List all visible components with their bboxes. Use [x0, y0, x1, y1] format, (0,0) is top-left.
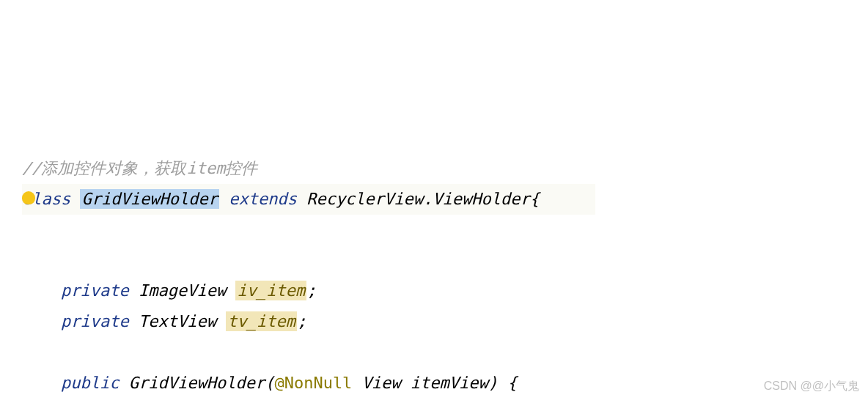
comment-line: //添加控件对象，获取item控件 [22, 159, 257, 177]
paren-close: ) [488, 374, 498, 392]
watermark: CSDN @@小气鬼 [764, 375, 859, 397]
param-name: itemView [411, 374, 488, 392]
param-type: View [362, 374, 401, 392]
brace-open: { [530, 190, 540, 208]
constructor-name: GridViewHolder [129, 374, 265, 392]
field-iv-item: iv_item [235, 281, 306, 300]
type-imageview: ImageView [139, 281, 226, 300]
semicolon: ; [297, 312, 306, 330]
keyword-private: private [61, 312, 129, 330]
type-textview: TextView [139, 312, 216, 330]
keyword-public: public [61, 374, 119, 392]
keyword-private: private [61, 281, 129, 300]
class-name: GridViewHolder [80, 189, 218, 209]
parent-class: RecyclerView.ViewHolder [306, 190, 530, 208]
lightbulb-icon[interactable] [22, 191, 35, 204]
semicolon: ; [306, 281, 316, 300]
annotation-nonnull: @NonNull [274, 374, 352, 392]
paren-open: ( [265, 374, 274, 392]
brace-open: { [507, 374, 517, 392]
code-editor[interactable]: //添加控件对象，获取item控件 class GridViewHolder e… [22, 122, 595, 403]
field-tv-item: tv_item [226, 311, 297, 331]
editor-gutter [0, 122, 22, 215]
keyword-extends: extends [229, 190, 297, 208]
